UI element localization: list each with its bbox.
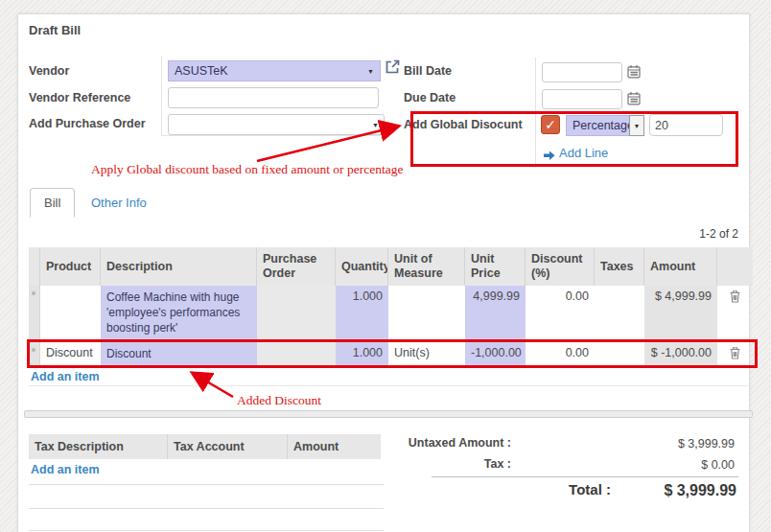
totals-divider [432,476,738,477]
cell-amount: $ -1,000.00 [644,342,717,366]
pager: 1-2 of 2 [662,227,738,241]
page-title: Draft Bill [29,23,81,37]
cell-uom[interactable]: Unit(s) [388,342,465,366]
discount-value-input[interactable] [649,114,723,136]
table-row: Discount Discount 1.000 Unit(s) -1,000.0… [29,342,753,367]
tax-total-label: Tax : [484,457,511,471]
row-drag-handle[interactable] [29,286,40,341]
page: Draft Bill Vendor Vendor Reference Add P… [0,0,771,532]
col-quantity: Quantity [336,247,388,286]
list-resize-grip[interactable] [24,410,753,418]
vendor-reference-label: Vendor Reference [29,91,130,104]
due-date-label: Due Date [404,91,456,104]
cell-discount[interactable]: 0.00 [526,286,595,341]
cell-actions [717,286,753,341]
delete-row-button[interactable] [729,289,741,306]
calendar-icon[interactable] [627,91,641,109]
col-taxes: Taxes [595,247,644,286]
cell-unit-price[interactable]: -1,000.00 [465,342,526,366]
col-discount: Discount (%) [526,247,595,286]
col-unit-price: Unit Price [465,247,526,286]
chevron-down-icon: ▼ [367,68,374,75]
add-tax-item-link[interactable]: Add an item [31,463,100,476]
discount-type-caret-button[interactable]: ▼ [629,115,644,136]
empty-row-line [29,508,384,509]
cell-quantity[interactable]: 1.000 [336,342,388,366]
empty-row-line [29,530,384,531]
col-tax-description: Tax Description [29,434,168,459]
col-amount: Amount [644,247,717,286]
add-line-link[interactable]: Add Line [559,146,608,160]
cell-taxes[interactable] [595,286,644,341]
tax-total-value: $ 0.00 [701,458,735,472]
bill-date-input[interactable] [542,62,622,82]
chevron-down-icon: ▼ [634,123,641,129]
drag-dot-icon [32,291,35,295]
add-line-arrow-icon [544,148,555,165]
cell-product[interactable]: Discount [40,342,101,366]
untaxed-amount-value: $ 3,999.99 [678,437,735,451]
form-group-underline-left [161,135,385,136]
col-purchase-order: Purchase Order [257,247,336,286]
add-purchase-order-select[interactable]: ▼ [168,114,385,135]
calendar-icon[interactable] [627,64,641,82]
annotation-added-discount-note: Added Discount [237,393,321,408]
cell-description[interactable]: Coffee Machine with huge 'employee's per… [101,286,257,341]
section-divider [29,385,753,386]
chevron-down-icon: ▼ [372,122,379,128]
tab-bill-label: Bill [44,196,60,210]
handle-column-header [29,247,40,286]
cell-taxes[interactable] [595,342,644,366]
discount-type-select[interactable]: Percentage [566,115,629,136]
global-discount-checkbox[interactable]: ✓ [541,115,560,134]
bill-date-label: Bill Date [404,64,452,78]
delete-row-button[interactable] [729,346,741,362]
table-row: Coffee Machine with huge 'employee's per… [29,286,753,342]
drag-dot-icon [32,348,35,352]
col-tax-amount: Amount [288,434,381,459]
cell-amount: $ 4,999.99 [644,286,717,341]
total-value: $ 3,999.99 [664,482,736,499]
tab-other-info[interactable]: Other Info [91,196,147,210]
form-group-divider-left [161,56,162,136]
vendor-select[interactable]: ASUSTeK ▼ [168,60,381,81]
tax-table-header: Tax Description Tax Account Amount [29,434,381,459]
open-record-icon[interactable] [385,58,401,79]
form-group-divider-right [535,58,536,168]
cell-actions [717,342,753,366]
cell-unit-price[interactable]: 4,999.99 [465,286,526,341]
lines-table-header: Product Description Purchase Order Quant… [29,247,753,286]
vendor-reference-input[interactable] [168,87,379,108]
col-unit-of-measure: Unit of Measure [388,247,465,286]
vendor-label: Vendor [29,64,69,78]
vendor-select-value: ASUSTeK [175,64,228,78]
cell-purchase-order [257,286,336,341]
cell-purchase-order [257,342,336,366]
annotation-global-discount-note: Apply Global discount based on fixed amo… [91,162,379,177]
discount-type-value: Percentage [572,119,634,132]
add-purchase-order-label: Add Purchase Order [29,117,146,130]
cell-discount[interactable]: 0.00 [526,342,595,366]
add-an-item-link[interactable]: Add an item [31,370,100,383]
tab-bill[interactable]: Bill [30,188,75,218]
cell-quantity[interactable]: 1.000 [336,286,388,341]
cell-description[interactable]: Discount [101,342,257,366]
tab-other-info-label: Other Info [91,196,147,210]
tax-table: Tax Description Tax Account Amount [29,434,381,459]
total-label: Total : [569,481,611,497]
empty-row-line [29,484,384,485]
due-date-input[interactable] [542,89,622,109]
global-discount-label: Add Global Disocunt [404,118,523,131]
col-product: Product [40,247,101,286]
check-icon: ✓ [545,117,556,132]
col-actions [717,247,753,286]
cell-product[interactable] [40,286,101,341]
untaxed-amount-label: Untaxed Amount : [409,436,511,450]
cell-uom[interactable] [388,286,465,341]
col-tax-account: Tax Account [168,434,288,459]
invoice-lines-table: Product Description Purchase Order Quant… [29,247,753,367]
row-drag-handle[interactable] [29,342,40,366]
col-description: Description [101,247,257,286]
